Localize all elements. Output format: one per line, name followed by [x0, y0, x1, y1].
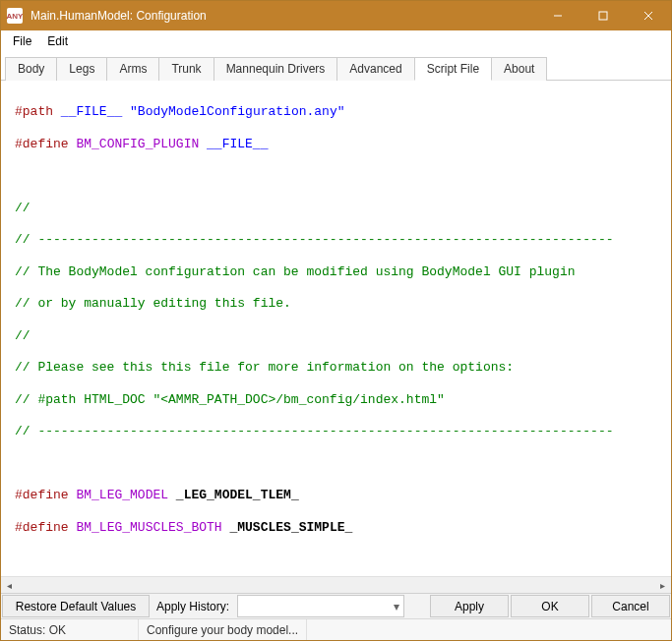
tab-body[interactable]: Body — [5, 57, 57, 81]
code-comment: // #path HTML_DOC "<AMMR_PATH_DOC>/bm_co… — [15, 392, 445, 407]
app-window: ANY Main.HumanModel: Configuration File … — [0, 0, 672, 641]
code-token: _MUSCLES_SIMPLE_ — [229, 520, 352, 535]
tab-trunk[interactable]: Trunk — [158, 57, 214, 81]
restore-defaults-button[interactable]: Restore Default Values — [2, 595, 150, 617]
tab-script-file[interactable]: Script File — [414, 57, 492, 81]
code-token: "BodyModelConfiguration.any" — [130, 104, 344, 119]
code-comment: // -------------------------------------… — [15, 424, 614, 438]
scroll-left-icon[interactable]: ◂ — [1, 577, 18, 594]
code-comment: // -------------------------------------… — [15, 232, 614, 247]
close-button[interactable] — [626, 1, 671, 30]
tab-arms[interactable]: Arms — [106, 57, 159, 81]
code-comment: // or by manually editing this file. — [15, 296, 291, 311]
code-token: BM_LEG_MODEL — [76, 488, 168, 502]
code-token: BM_LEG_MUSCLES_BOTH — [76, 520, 221, 535]
maximize-button[interactable] — [580, 1, 626, 30]
tab-advanced[interactable]: Advanced — [336, 57, 414, 81]
tab-content: #path __FILE__ "BodyModelConfiguration.a… — [1, 81, 671, 618]
tab-about[interactable]: About — [491, 57, 547, 81]
minimize-button[interactable] — [535, 1, 580, 30]
ok-button[interactable]: OK — [511, 595, 589, 617]
status-text: Status: OK — [1, 619, 139, 640]
app-icon: ANY — [7, 8, 23, 24]
tab-legs[interactable]: Legs — [56, 57, 107, 81]
tab-mannequin-drivers[interactable]: Mannequin Drivers — [214, 57, 338, 81]
status-message: Configure your body model... — [139, 619, 307, 640]
script-editor[interactable]: #path __FILE__ "BodyModelConfiguration.a… — [1, 81, 671, 576]
menu-file[interactable]: File — [5, 32, 39, 50]
menu-edit[interactable]: Edit — [39, 32, 76, 50]
code-comment: // Please see this this file for more in… — [15, 360, 514, 375]
chevron-down-icon: ▾ — [394, 600, 399, 613]
tab-strip: Body Legs Arms Trunk Mannequin Drivers A… — [1, 52, 671, 81]
svg-rect-1 — [599, 12, 607, 20]
code-comment: // The BodyModel configuration can be mo… — [15, 264, 576, 279]
scroll-right-icon[interactable]: ▸ — [654, 577, 671, 594]
code-comment: // — [15, 201, 31, 215]
code-token: #path — [15, 104, 53, 119]
code-comment: // — [15, 328, 31, 343]
apply-button[interactable]: Apply — [430, 595, 509, 617]
menubar: File Edit — [1, 30, 671, 52]
horizontal-scrollbar[interactable]: ◂ ▸ — [1, 576, 671, 593]
code-token: #define — [15, 488, 69, 502]
code-token: #define — [15, 137, 69, 151]
code-token: #define — [15, 520, 69, 535]
window-title: Main.HumanModel: Configuration — [31, 9, 535, 23]
action-bar: Restore Default Values Apply History: ▾ … — [1, 593, 671, 618]
code-token: __FILE__ — [61, 104, 122, 119]
cancel-button[interactable]: Cancel — [591, 595, 670, 617]
code-token: _LEG_MODEL_TLEM_ — [176, 488, 299, 502]
scroll-track[interactable] — [18, 577, 654, 593]
code-token: BM_CONFIG_PLUGIN — [76, 137, 199, 151]
apply-history-dropdown[interactable]: ▾ — [237, 595, 404, 617]
code-token: __FILE__ — [207, 137, 268, 151]
status-bar: Status: OK Configure your body model... — [1, 618, 671, 640]
titlebar[interactable]: ANY Main.HumanModel: Configuration — [1, 1, 671, 30]
apply-history-label: Apply History: — [151, 594, 235, 618]
